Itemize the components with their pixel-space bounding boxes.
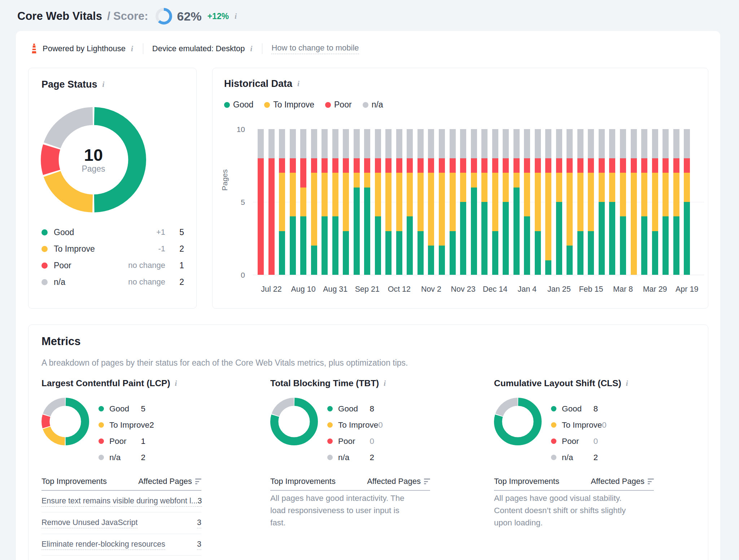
y-tick-5: 5 — [223, 198, 245, 207]
affected-pages-count[interactable]: 3 — [197, 540, 201, 550]
bar-segment-good — [492, 231, 498, 275]
legend-dot-icon — [551, 422, 556, 428]
stacked-bar — [503, 129, 509, 275]
device-info-icon[interactable]: i — [250, 45, 253, 53]
legend-dot-icon — [264, 102, 270, 108]
stacked-bar — [268, 129, 275, 275]
affected-pages-count[interactable]: 3 — [198, 497, 202, 507]
metric-legend: Good5To Improve2Poor1n/a2 — [99, 401, 145, 466]
bar-segment-to_improve — [300, 188, 306, 217]
bar-segment-na — [577, 129, 583, 158]
bar-segment-good — [609, 202, 615, 275]
legend-count: 2 — [149, 420, 154, 430]
bar-segment-poor — [268, 158, 275, 275]
legend-label: Poor — [562, 437, 581, 446]
legend-count: 0 — [581, 437, 598, 446]
legend-label: To Improve — [273, 100, 314, 110]
bar-segment-to_improve — [652, 173, 658, 231]
powered-by-info-icon[interactable]: i — [130, 45, 134, 53]
legend-dot-icon — [99, 422, 104, 428]
stacked-bar — [481, 129, 487, 275]
affected-pages-sort-header[interactable]: Affected Pages — [591, 477, 654, 486]
bar-segment-na — [609, 129, 615, 158]
top-improvements-header: Top Improvements — [494, 477, 559, 486]
bar-segment-poor — [417, 158, 424, 173]
bar-segment-na — [396, 129, 402, 158]
historical-data-info-icon[interactable]: i — [297, 80, 300, 88]
stacked-bar — [428, 129, 434, 275]
metric-info-icon[interactable]: i — [174, 380, 178, 387]
bar-segment-poor — [684, 158, 690, 173]
device-emulated-label: Device emulated: Desktop — [152, 44, 245, 53]
stacked-bar — [279, 129, 285, 275]
x-tick-label: Mar 8 — [613, 285, 633, 294]
metric-legend-row: Poor0 — [551, 433, 598, 449]
bar-segment-poor — [545, 158, 551, 173]
bar-segment-to_improve — [524, 173, 530, 216]
bar-segment-to_improve — [556, 173, 562, 202]
x-tick-label: Apr 19 — [675, 285, 698, 294]
score-info-icon[interactable]: i — [234, 13, 237, 20]
bar-segment-poor — [599, 158, 605, 173]
bar-segment-to_improve — [609, 173, 615, 202]
metric-status-message: All pages have good visual stability. Co… — [494, 492, 637, 529]
bar-segment-good — [503, 202, 509, 275]
bar-segment-good — [396, 231, 402, 275]
bar-segment-poor — [503, 158, 509, 173]
bar-segment-na — [481, 129, 487, 158]
legend-label: Good — [338, 404, 358, 414]
stacked-bar — [577, 129, 583, 275]
powered-by-label: Powered by Lighthouse — [43, 44, 126, 53]
page-status-legend-row: Poorno change1 — [41, 257, 184, 274]
stacked-bar — [556, 129, 562, 275]
legend-label: Poor — [109, 437, 129, 446]
bar-segment-poor — [609, 158, 615, 173]
metric-info-icon[interactable]: i — [383, 380, 386, 387]
bar-segment-to_improve — [684, 173, 690, 202]
legend-label: Good — [562, 404, 582, 414]
legend-dot-icon — [551, 406, 556, 411]
stacked-bar — [343, 129, 349, 275]
bar-segment-na — [567, 129, 573, 158]
bar-segment-na — [492, 129, 498, 158]
bar-segment-good — [663, 216, 669, 275]
score-value: 62% — [177, 9, 202, 23]
historical-legend-item: n/a — [363, 100, 383, 110]
bar-segment-na — [684, 129, 690, 158]
legend-label: n/a — [109, 453, 129, 462]
stacked-bar — [673, 129, 679, 275]
bar-segment-na — [417, 129, 424, 158]
bar-segment-na — [385, 129, 392, 158]
bar-segment-good — [471, 188, 477, 275]
affected-pages-sort-header[interactable]: Affected Pages — [138, 477, 201, 486]
stacked-bar — [663, 129, 669, 275]
bar-segment-good — [385, 231, 392, 275]
bar-segment-na — [471, 129, 477, 158]
legend-label: n/a — [54, 277, 118, 287]
improvement-link[interactable]: Ensure text remains visible during webfo… — [41, 497, 198, 507]
stacked-bar — [385, 129, 392, 275]
page-status-info-icon[interactable]: i — [102, 81, 105, 88]
change-to-mobile-link[interactable]: How to change to mobile — [271, 43, 359, 54]
improvement-link[interactable]: Remove Unused JavaScript — [41, 518, 137, 528]
metric-legend-row: Good8 — [327, 401, 374, 417]
affected-pages-sort-header[interactable]: Affected Pages — [367, 477, 430, 486]
stacked-bar — [460, 129, 466, 275]
bar-segment-poor — [567, 158, 573, 173]
bar-segment-to_improve — [641, 173, 647, 216]
stacked-bar — [652, 129, 658, 275]
affected-pages-count[interactable]: 3 — [197, 518, 201, 528]
bar-segment-good — [652, 231, 658, 275]
stacked-bar — [684, 129, 690, 275]
x-tick-label: Oct 12 — [388, 285, 411, 294]
bar-segment-na — [428, 129, 434, 158]
bar-segment-poor — [524, 158, 530, 173]
bar-segment-to_improve — [407, 173, 413, 216]
metric-info-icon[interactable]: i — [625, 380, 629, 387]
bar-segment-poor — [290, 158, 296, 173]
bar-segment-good — [684, 202, 690, 275]
score-delta: +12% — [207, 12, 229, 21]
bar-segment-good — [450, 231, 456, 275]
x-tick-label: Mar 29 — [643, 285, 667, 294]
improvement-link[interactable]: Eliminate render-blocking resources — [41, 540, 165, 550]
